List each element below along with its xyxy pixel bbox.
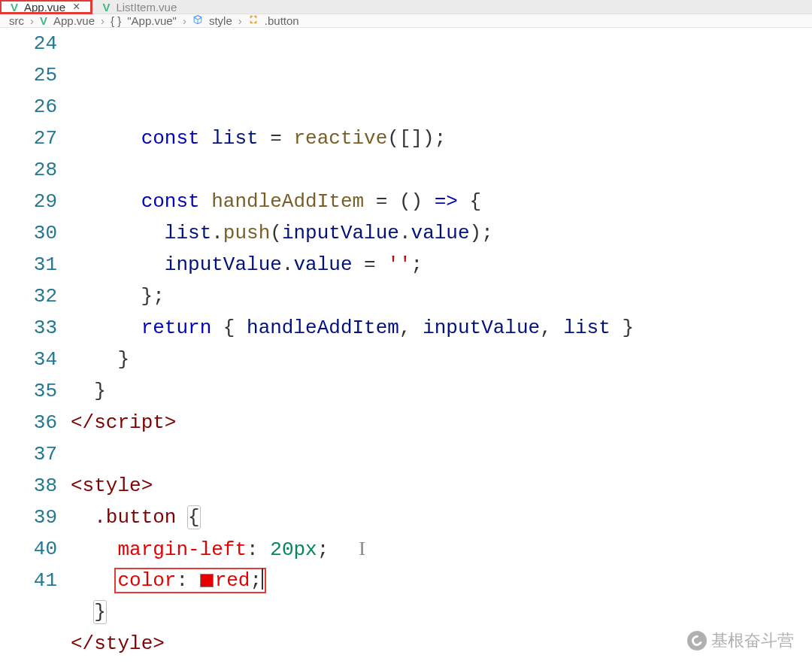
line-number: 31 xyxy=(0,249,57,280)
code-line[interactable]: <style> xyxy=(71,470,812,502)
code-line[interactable]: list.push(inputValue.value); xyxy=(71,217,812,249)
line-number: 30 xyxy=(0,217,57,249)
tab-label: ListItem.vue xyxy=(116,1,177,14)
vue-icon: V xyxy=(102,1,110,14)
breadcrumb-item[interactable]: App.vue xyxy=(53,14,95,27)
wechat-icon xyxy=(687,631,707,650)
vue-icon: V xyxy=(40,14,47,27)
breadcrumb-item[interactable]: "App.vue" xyxy=(127,14,177,27)
line-number: 34 xyxy=(0,344,57,375)
line-number: 26 xyxy=(0,91,57,123)
line-number: 39 xyxy=(0,502,57,533)
code-line[interactable]: .button { xyxy=(71,502,812,533)
code-line[interactable] xyxy=(71,438,812,470)
color-swatch[interactable] xyxy=(200,574,214,587)
watermark-text: 基根奋斗营 xyxy=(711,629,794,652)
code-area[interactable]: const list = reactive([]); const handleA… xyxy=(71,28,812,664)
line-number: 38 xyxy=(0,470,57,502)
close-icon[interactable]: × xyxy=(71,0,81,14)
tab-app-vue[interactable]: V App.vue × xyxy=(0,0,92,14)
line-number: 32 xyxy=(0,280,57,312)
code-line[interactable]: const handleAddItem = () => { xyxy=(71,186,812,217)
line-number: 41 xyxy=(0,565,57,596)
ibeam-cursor-icon: I xyxy=(359,533,366,565)
line-number: 29 xyxy=(0,186,57,217)
tab-label: App.vue xyxy=(24,1,65,14)
tab-listitem-vue[interactable]: V ListItem.vue xyxy=(92,0,187,14)
line-number: 36 xyxy=(0,407,57,438)
code-line[interactable] xyxy=(71,659,812,664)
code-editor[interactable]: 242526272829303132333435363738394041 con… xyxy=(0,28,812,664)
line-number: 27 xyxy=(0,123,57,154)
breadcrumb-item[interactable]: style xyxy=(209,14,232,27)
line-number: 25 xyxy=(0,59,57,91)
code-line[interactable]: margin-left: 20px;I xyxy=(71,533,812,565)
breadcrumb-item[interactable]: .button xyxy=(265,14,299,27)
code-line[interactable]: return { handleAddItem, inputValue, list… xyxy=(71,312,812,344)
braces-icon: { } xyxy=(111,14,121,27)
chevron-right-icon: › xyxy=(183,14,186,27)
tab-bar: V App.vue × V ListItem.vue xyxy=(0,0,812,14)
breadcrumb-item[interactable]: src xyxy=(9,14,24,27)
breadcrumb: src › V App.vue › { } "App.vue" › style … xyxy=(0,14,812,28)
selector-icon xyxy=(248,14,259,27)
code-line[interactable] xyxy=(71,154,812,186)
chevron-right-icon: › xyxy=(101,14,105,27)
cube-icon xyxy=(192,14,203,27)
line-number: 40 xyxy=(0,533,57,565)
code-line[interactable]: color: red; xyxy=(71,565,812,596)
code-line[interactable]: } xyxy=(71,344,812,375)
code-line[interactable]: }; xyxy=(71,280,812,312)
code-line[interactable]: const list = reactive([]); xyxy=(71,123,812,154)
line-number: 35 xyxy=(0,375,57,407)
line-number-gutter: 242526272829303132333435363738394041 xyxy=(0,28,71,664)
chevron-right-icon: › xyxy=(30,14,34,27)
code-line[interactable]: </script> xyxy=(71,407,812,438)
code-line[interactable]: } xyxy=(71,375,812,407)
chevron-right-icon: › xyxy=(238,14,242,27)
watermark: 基根奋斗营 xyxy=(687,629,794,652)
line-number: 24 xyxy=(0,28,57,59)
line-number: 28 xyxy=(0,154,57,186)
code-line[interactable]: } xyxy=(71,596,812,628)
line-number: 37 xyxy=(0,438,57,470)
vue-icon: V xyxy=(11,1,18,14)
text-cursor xyxy=(262,568,263,590)
line-number: 33 xyxy=(0,312,57,344)
code-line[interactable]: inputValue.value = ''; xyxy=(71,249,812,280)
